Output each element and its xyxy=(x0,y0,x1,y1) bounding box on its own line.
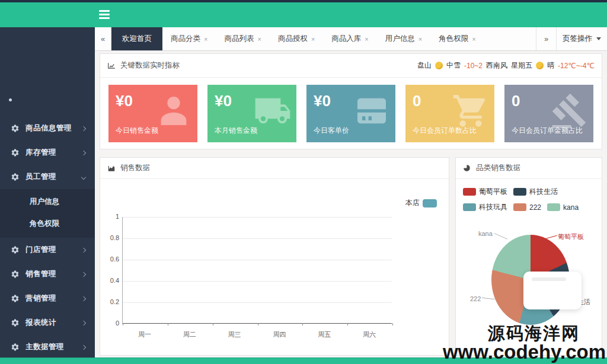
tab-active[interactable]: 欢迎首页 xyxy=(111,27,162,50)
sidebar-item[interactable]: 门店管理 xyxy=(0,238,95,262)
tab[interactable]: 角色权限× xyxy=(430,27,484,50)
cogs-icon xyxy=(11,318,20,327)
tab-close-icon[interactable]: × xyxy=(311,36,315,43)
y-axis-label: 0.6 xyxy=(100,256,119,263)
tab[interactable]: 商品入库× xyxy=(323,27,376,50)
x-axis: 周一周二周三周四周五周六 xyxy=(122,328,392,339)
sidebar-menu: 商品信息管理库存管理员工管理用户信息角色权限门店管理销售管理营销管理报表统计主数… xyxy=(0,116,95,364)
stat-label: 今日销售金额 xyxy=(116,126,158,136)
tab-label: 商品列表 xyxy=(224,34,254,44)
weather-condition: 中雪 xyxy=(446,60,461,71)
tab[interactable]: 用户信息× xyxy=(377,27,430,50)
sidebar-item[interactable]: 商品信息管理 xyxy=(0,116,95,141)
legend-item[interactable]: 科技生活 xyxy=(513,187,558,197)
y-axis-label: 1 xyxy=(100,213,119,220)
weather-bar: 盘山 中雪 -10~2 西南风 星期五 晴 -12℃~-4℃ xyxy=(417,60,595,71)
indicators-header: 关键数据实时指标 盘山 中雪 -10~2 西南风 星期五 晴 -12℃~-4℃ xyxy=(100,54,602,78)
cogs-icon xyxy=(11,294,20,303)
stat-card: ¥0 今日销售金额 xyxy=(108,85,197,142)
server-icon xyxy=(353,92,391,130)
sidebar-subitem[interactable]: 角色权限 xyxy=(0,213,95,235)
tabs-scroll-right-button[interactable]: » xyxy=(536,27,556,50)
chevron-down-icon xyxy=(81,174,86,179)
stat-cards: ¥0 今日销售金额 ¥0 本月销售金额 ¥0 今日客单价 0 今日会员订单数占比… xyxy=(100,78,602,149)
weather-icon xyxy=(435,62,443,69)
menu-toggle-icon[interactable] xyxy=(99,10,110,19)
callout-line xyxy=(482,298,495,299)
watermark: 源码海洋网 www.codehy.com xyxy=(443,324,606,362)
sidebar-item[interactable]: 营销管理 xyxy=(0,286,95,311)
tab-operations-button[interactable]: 页签操作 xyxy=(556,27,607,50)
tab-list: 欢迎首页商品分类×商品列表×商品授权×商品入库×用户信息×角色权限× xyxy=(111,27,484,50)
sidebar-item-label: 销售管理 xyxy=(25,269,82,279)
weather-weekday: 星期五 xyxy=(511,60,532,71)
y-axis-label: 0.4 xyxy=(100,277,119,284)
weather-wind: 西南风 xyxy=(486,60,507,71)
sales-chart xyxy=(122,217,392,324)
tab-close-icon[interactable]: × xyxy=(472,36,475,43)
tab-close-icon[interactable]: × xyxy=(204,36,207,43)
legend-item[interactable]: 葡萄平板 xyxy=(463,187,507,197)
tabs-scroll-left-button[interactable]: « xyxy=(95,27,111,50)
tab-label: 商品授权 xyxy=(278,34,308,44)
cogs-icon xyxy=(11,343,20,352)
sidebar-item-label: 主数据管理 xyxy=(25,342,82,352)
tab[interactable]: 商品列表× xyxy=(216,27,269,50)
chevron-right-icon xyxy=(81,126,86,130)
watermark-line1: 源码海洋网 xyxy=(443,324,580,342)
cogs-icon xyxy=(11,245,20,254)
user-icon xyxy=(155,92,193,130)
tab-close-icon[interactable]: × xyxy=(365,36,368,43)
legend-swatch xyxy=(423,199,437,207)
sidebar-item[interactable]: 库存管理 xyxy=(0,141,95,165)
chevron-right-icon xyxy=(81,296,86,301)
content-area: 关键数据实时指标 盘山 中雪 -10~2 西南风 星期五 晴 -12℃~-4℃ … xyxy=(95,51,607,364)
sidebar-item[interactable]: 主数据管理 xyxy=(0,335,95,359)
x-axis-label: 周四 xyxy=(257,330,302,339)
category-sales-header: 品类销售数据 xyxy=(456,158,602,179)
tab[interactable]: 商品授权× xyxy=(270,27,323,50)
indicators-panel: 关键数据实时指标 盘山 中雪 -10~2 西南风 星期五 晴 -12℃~-4℃ … xyxy=(100,53,602,149)
legend-item[interactable]: 222 xyxy=(513,202,541,212)
legend-item[interactable]: kana xyxy=(547,202,579,212)
cogs-icon xyxy=(11,173,20,181)
y-axis-label: 0.2 xyxy=(100,298,119,305)
category-sales-title: 品类销售数据 xyxy=(476,163,520,173)
pie-callout-label: 222 xyxy=(470,295,481,302)
legend-label: 本店 xyxy=(405,198,420,208)
sidebar-subitem[interactable]: 用户信息 xyxy=(0,191,95,213)
cogs-icon xyxy=(11,148,20,157)
sidebar-item-label: 商品信息管理 xyxy=(25,123,82,133)
weather-icon xyxy=(536,62,544,69)
sidebar: 商品信息管理库存管理员工管理用户信息角色权限门店管理销售管理营销管理报表统计主数… xyxy=(0,27,95,364)
sidebar-item[interactable]: 报表统计 xyxy=(0,311,95,335)
legend-label: 222 xyxy=(529,203,541,212)
legend-swatch xyxy=(513,203,526,211)
tab-label: 商品入库 xyxy=(331,34,361,44)
cogs-icon xyxy=(11,270,20,279)
legend-item[interactable]: 科技玩具 xyxy=(463,202,507,212)
y-axis-label: 0.8 xyxy=(100,234,119,241)
tab-close-icon[interactable]: × xyxy=(418,36,422,43)
pie-callout-label: 葡萄平板 xyxy=(558,232,584,241)
sidebar-item-label: 库存管理 xyxy=(25,148,82,158)
sidebar-item[interactable]: 销售管理 xyxy=(0,262,95,286)
pie-legend: 葡萄平板科技生活科技玩具222kana xyxy=(456,179,602,212)
legend-item[interactable]: 本店 xyxy=(405,198,437,208)
sidebar-item-label: 门店管理 xyxy=(25,245,82,255)
tab-close-icon[interactable]: × xyxy=(257,36,261,43)
pie-chart-icon xyxy=(463,164,471,173)
weather-condition: 晴 xyxy=(547,60,554,71)
tab-label: 角色权限 xyxy=(439,34,468,44)
tab[interactable]: 商品分类× xyxy=(162,27,216,50)
caret-down-icon xyxy=(596,37,601,40)
pie-callout-label: kana xyxy=(478,230,493,237)
stat-card: ¥0 本月销售金额 xyxy=(207,85,296,142)
stat-label: 今日客单价 xyxy=(314,126,349,136)
x-axis-label: 周六 xyxy=(347,330,392,339)
sidebar-submenu: 用户信息角色权限 xyxy=(0,189,95,238)
legend-swatch xyxy=(463,203,476,211)
sidebar-item[interactable]: 员工管理 xyxy=(0,165,95,189)
weather-city: 盘山 xyxy=(417,60,432,71)
legend-swatch xyxy=(463,188,476,196)
